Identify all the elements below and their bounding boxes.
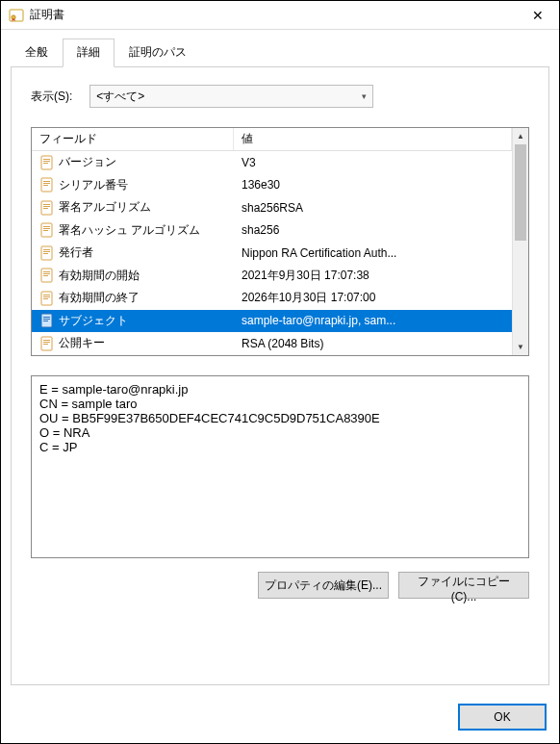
scroll-up-icon[interactable]: ▲ [513,128,528,144]
row-field-label: 有効期間の終了 [59,290,140,306]
row-value-label: RSA (2048 Bits) [234,335,512,352]
field-icon [39,222,55,238]
svg-rect-32 [43,319,50,320]
filter-select[interactable]: <すべて> ▾ [89,85,373,108]
scroll-thumb[interactable] [515,144,526,241]
svg-rect-31 [43,317,50,318]
dialog-footer: OK [1,695,559,743]
svg-rect-16 [43,228,50,229]
svg-rect-20 [43,251,50,252]
chevron-down-icon: ▾ [362,91,367,101]
svg-rect-35 [43,340,50,341]
field-icon [39,200,55,216]
row-field-label: 発行者 [59,244,93,261]
list-row[interactable]: 署名ハッシュ アルゴリズムsha256 [32,219,512,243]
svg-rect-4 [43,161,50,162]
list-scrollbar[interactable]: ▲ ▼ [512,128,528,355]
details-panel: 表示(S): <すべて> ▾ フィールド 値 バージョンV3シリアル番号136e… [11,66,549,685]
svg-rect-13 [43,208,48,209]
header-value[interactable]: 値 [234,128,512,150]
svg-rect-15 [43,226,50,227]
window-title: 証明書 [30,7,516,23]
field-icon [39,268,55,283]
certificate-icon [9,8,24,23]
filter-selected: <すべて> [96,89,144,105]
close-button[interactable]: ✕ [516,1,559,30]
title-bar: 証明書 ✕ [1,1,559,30]
header-field[interactable]: フィールド [32,128,234,150]
detail-text[interactable]: E = sample-taro@nrapki.jp CN = sample ta… [31,375,529,558]
fields-list: フィールド 値 バージョンV3シリアル番号136e30署名アルゴリズムsha25… [31,127,529,356]
field-icon [39,336,55,351]
close-icon: ✕ [532,8,544,23]
row-value-label: sample-taro@nrapki.jp, sam... [234,312,512,329]
svg-rect-25 [43,275,48,276]
tab-strip: 全般 詳細 証明のパス [1,30,559,66]
field-icon [39,177,55,192]
svg-rect-37 [43,344,48,345]
row-value-label: 2021年9月30日 17:07:38 [234,266,512,286]
field-icon [39,291,55,306]
copy-to-file-button[interactable]: ファイルにコピー(C)... [398,572,529,599]
action-buttons: プロパティの編集(E)... ファイルにコピー(C)... [31,572,529,599]
svg-rect-8 [43,183,50,184]
list-row[interactable]: サブジェクトsample-taro@nrapki.jp, sam... [32,310,512,333]
svg-rect-28 [43,296,50,297]
svg-rect-0 [10,10,23,21]
svg-rect-12 [43,206,50,207]
edit-properties-button[interactable]: プロパティの編集(E)... [258,572,389,599]
list-row[interactable]: 発行者Nippon RA Certification Auth... [32,242,512,265]
svg-rect-11 [43,204,50,205]
filter-label: 表示(S): [31,89,72,105]
list-row[interactable]: 有効期間の終了2026年10月30日 17:07:00 [32,287,512,310]
tab-cert-path[interactable]: 証明のパス [115,38,201,67]
svg-rect-23 [43,271,50,272]
row-value-label: V3 [234,154,512,171]
field-icon [39,313,55,328]
scroll-down-icon[interactable]: ▼ [513,339,528,355]
list-row[interactable]: バージョンV3 [32,151,512,174]
svg-rect-27 [43,295,50,295]
filter-row: 表示(S): <すべて> ▾ [31,85,529,108]
field-icon [39,155,55,170]
list-row[interactable]: 有効期間の開始2021年9月30日 17:07:38 [32,265,512,288]
row-value-label: sha256RSA [234,199,512,217]
list-row[interactable]: 署名アルゴリズムsha256RSA [32,196,512,219]
row-value-label: 2026年10月30日 17:07:00 [234,288,512,308]
ok-button[interactable]: OK [459,705,546,730]
tab-general[interactable]: 全般 [11,38,63,67]
tab-details[interactable]: 詳細 [63,38,115,67]
row-value-label: 136e30 [234,176,512,193]
svg-rect-21 [43,253,48,254]
svg-rect-33 [43,321,48,321]
svg-rect-36 [43,342,50,343]
svg-rect-3 [43,159,50,160]
svg-rect-19 [43,249,50,250]
list-row[interactable]: 公開キーRSA (2048 Bits) [32,332,512,355]
row-field-label: 有効期間の開始 [59,268,140,284]
row-field-label: シリアル番号 [59,177,128,193]
row-value-label: Nippon RA Certification Auth... [234,244,512,262]
row-field-label: 公開キー [59,335,105,351]
list-row[interactable]: シリアル番号136e30 [32,174,512,197]
svg-rect-24 [43,273,50,274]
svg-rect-29 [43,298,48,299]
row-field-label: バージョン [59,154,116,170]
svg-rect-9 [43,185,48,186]
row-value-label: sha256 [234,221,512,239]
row-field-label: 署名ハッシュ アルゴリズム [59,222,200,239]
row-field-label: 署名アルゴリズム [59,199,151,216]
row-field-label: サブジェクト [59,313,128,329]
svg-rect-5 [43,163,48,164]
svg-rect-7 [43,181,50,182]
svg-rect-17 [43,230,48,231]
field-icon [39,245,55,261]
list-header: フィールド 値 [32,128,512,151]
